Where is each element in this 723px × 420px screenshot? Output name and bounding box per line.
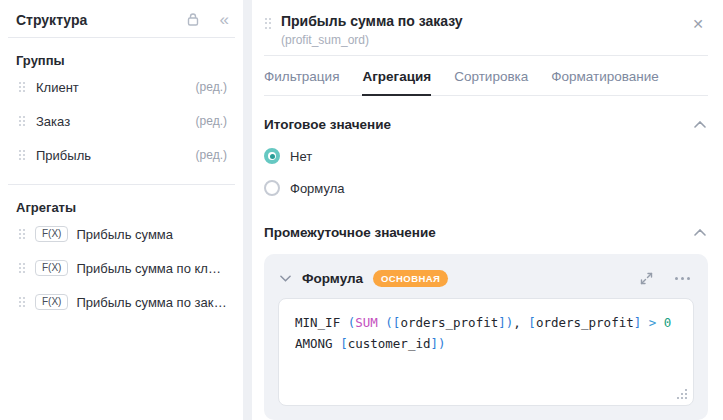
radio-option-formula[interactable]: Формула [264,180,708,196]
panel-title: Прибыль сумма по заказу [281,13,688,29]
tab-aggregation[interactable]: Агрегация [362,56,431,95]
formula-card-title: Формула [302,271,363,286]
total-value-heading-text: Итоговое значение [264,117,391,132]
drag-handle-icon[interactable] [18,262,26,275]
drag-handle-icon[interactable] [18,115,26,128]
settings-tabs: Фильтрация Агрегация Сортировка Форматир… [264,56,708,96]
drag-handle-icon[interactable] [18,81,26,94]
edit-link[interactable]: (ред.) [196,80,227,94]
aggregate-label: Прибыль сумма по заказу [76,295,227,310]
formula-card-header: Формула ОСНОВНАЯ [278,263,694,293]
primary-badge: ОСНОВНАЯ [373,270,448,287]
group-row-client[interactable]: Клиент (ред.) [0,70,243,104]
drag-handle-icon[interactable] [18,149,26,162]
intermediate-value-section-heading: Промежуточное значение [264,225,708,240]
radio-option-none[interactable]: Нет [264,148,708,164]
aggregate-row[interactable]: F(X) Прибыль сумма по клие… [0,251,243,285]
intermediate-value-heading-text: Промежуточное значение [264,225,436,240]
edit-link[interactable]: (ред.) [196,114,227,128]
panel-gap-divider [243,0,252,420]
collapse-panel-icon[interactable]: « [220,11,229,28]
drag-handle-icon[interactable] [18,228,26,241]
sidebar-divider [8,184,235,185]
tab-formatting[interactable]: Форматирование [551,56,659,95]
group-label: Клиент [36,80,188,95]
chevron-down-icon[interactable] [278,273,293,284]
drag-handle-icon[interactable] [264,17,272,30]
panel-subtitle: (profit_sum_ord) [281,33,688,47]
formula-fx-badge: F(X) [35,260,68,276]
chevron-up-icon[interactable] [692,119,708,130]
aggregate-label: Прибыль сумма [76,227,227,242]
drag-handle-icon[interactable] [18,296,26,309]
radio-label: Нет [290,149,312,164]
structure-sidebar: Структура « Группы Клиент (ред.) Заказ (… [0,0,243,420]
group-label: Прибыль [36,148,188,163]
formula-editor[interactable]: MIN_IF (SUM ([orders_profit]), [orders_p… [278,298,694,406]
sidebar-divider [8,37,235,38]
more-menu-icon[interactable] [675,277,690,280]
field-settings-panel: Прибыль сумма по заказу (profit_sum_ord)… [252,0,723,420]
aggregate-row[interactable]: F(X) Прибыль сумма по заказу [0,285,243,319]
sidebar-header: Структура « [0,0,243,37]
edit-link[interactable]: (ред.) [196,148,227,162]
close-icon[interactable]: ✕ [688,15,708,33]
total-value-section-heading: Итоговое значение [264,117,708,132]
chevron-up-icon[interactable] [692,227,708,238]
groups-heading: Группы [16,53,243,68]
aggregate-label: Прибыль сумма по клие… [76,261,227,276]
tab-filtering[interactable]: Фильтрация [264,56,339,95]
lock-icon[interactable] [186,12,200,27]
aggregates-heading: Агрегаты [16,200,243,215]
group-row-order[interactable]: Заказ (ред.) [0,104,243,138]
formula-fx-badge: F(X) [35,294,68,310]
panel-header: Прибыль сумма по заказу (profit_sum_ord)… [264,0,708,56]
resize-grip-icon[interactable] [676,388,687,399]
sidebar-title: Структура [16,12,186,28]
radio-label: Формула [290,181,344,196]
tab-sorting[interactable]: Сортировка [454,56,528,95]
expand-icon[interactable] [640,272,653,285]
formula-card: Формула ОСНОВНАЯ MIN_IF (SUM ([orders_pr… [264,254,708,420]
radio-selected-icon[interactable] [264,148,280,164]
formula-fx-badge: F(X) [35,226,68,242]
aggregate-row[interactable]: F(X) Прибыль сумма [0,217,243,251]
group-label: Заказ [36,114,188,129]
group-row-profit[interactable]: Прибыль (ред.) [0,138,243,172]
radio-unselected-icon[interactable] [264,180,280,196]
